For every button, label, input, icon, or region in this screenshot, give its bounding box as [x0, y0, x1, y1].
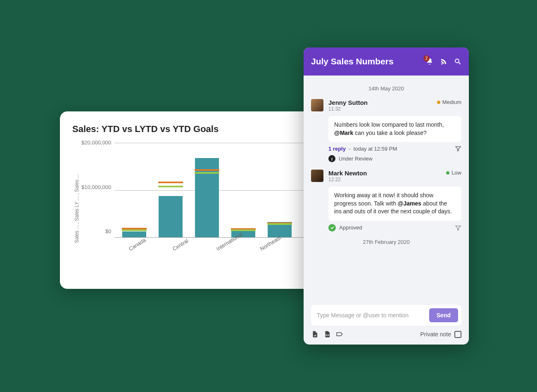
bar-group — [193, 158, 221, 237]
goal-marker — [267, 223, 292, 225]
goal-marker — [231, 229, 256, 231]
priority-tag: Medium — [437, 99, 461, 105]
priority-tag: Low — [446, 170, 461, 176]
mention[interactable]: @Mark — [334, 130, 353, 136]
header-actions: 2 — [426, 58, 461, 65]
goal-marker — [158, 186, 183, 187]
avatar — [311, 99, 323, 111]
search-icon — [454, 58, 461, 65]
status-label: Under Review — [339, 156, 373, 162]
reply-link[interactable]: 1 reply — [328, 146, 346, 152]
panel-header: July Sales Numbers 2 — [304, 47, 469, 76]
panel-title: July Sales Numbers — [311, 57, 394, 66]
author-name: Jenny Sutton — [328, 99, 437, 106]
panel-body: 14th May 2020 Jenny Sutton 11:32 Medium … — [304, 76, 469, 300]
filter-icon[interactable] — [455, 224, 461, 231]
bar — [159, 196, 183, 237]
y-tick: $0 — [105, 228, 111, 234]
svg-point-0 — [455, 59, 459, 63]
attach-xls-button[interactable]: XLS — [323, 331, 331, 338]
y-tick: $10,000,000 — [81, 184, 111, 190]
priority-dot-icon — [437, 101, 440, 104]
message-time: 12:22 — [328, 177, 446, 182]
tag-button[interactable] — [336, 331, 343, 338]
author-name: Mark Newton — [328, 170, 446, 177]
priority-label: Low — [451, 170, 461, 176]
message-input[interactable] — [317, 312, 426, 319]
rss-icon — [440, 58, 447, 65]
mention[interactable]: @James — [398, 200, 421, 207]
lytd-marker — [195, 169, 219, 171]
panel-footer: Send XLS Private note — [304, 300, 469, 345]
notification-badge: 2 — [423, 55, 430, 61]
y-axis-ticks: $20,000,000 $10,000,000 $0 — [81, 139, 114, 234]
search-button[interactable] — [454, 58, 461, 65]
status-label: Approved — [339, 224, 362, 231]
goal-marker — [122, 229, 147, 231]
feed-button[interactable] — [440, 58, 447, 65]
send-button[interactable]: Send — [429, 308, 458, 322]
bar — [122, 231, 146, 237]
filter-icon[interactable] — [455, 145, 461, 152]
svg-text:XLS: XLS — [326, 334, 329, 336]
comments-panel: July Sales Numbers 2 14th May 2020 Jenny… — [304, 47, 469, 345]
checkbox-icon — [454, 331, 461, 338]
compose-box: Send — [311, 305, 461, 326]
chart-file-icon — [311, 331, 318, 338]
date-divider: 14th May 2020 — [311, 85, 461, 92]
notifications-button[interactable]: 2 — [426, 58, 433, 65]
y-tick: $20,000,000 — [81, 139, 111, 146]
lytd-marker — [158, 182, 183, 183]
xls-file-icon: XLS — [323, 331, 331, 338]
message-time: 11:32 — [328, 106, 437, 112]
goal-marker — [195, 172, 219, 174]
avatar — [311, 170, 323, 182]
priority-dot-icon — [446, 171, 449, 175]
svg-line-1 — [459, 62, 461, 64]
reply-time: today at 12:59 PM — [354, 146, 397, 152]
priority-label: Medium — [442, 99, 461, 105]
date-divider: 27th February 2020 — [311, 239, 461, 245]
message-body: Numbers look low compared to last month,… — [328, 116, 461, 142]
message: Jenny Sutton 11:32 Medium Numbers look l… — [311, 99, 461, 162]
message-body: Working away at it now! it should show p… — [328, 187, 461, 221]
attach-chart-button[interactable] — [311, 331, 318, 338]
message: Mark Newton 12:22 Low Working away at it… — [311, 170, 461, 231]
private-note-label: Private note — [420, 331, 451, 338]
y-axis-label: Sales ... , Sales LY ... , Sales ... — [72, 143, 81, 275]
private-note-toggle[interactable]: Private note — [420, 331, 461, 338]
check-icon — [328, 224, 336, 231]
info-icon: i — [328, 155, 335, 162]
tag-icon — [336, 331, 343, 338]
bar-group — [157, 196, 185, 237]
